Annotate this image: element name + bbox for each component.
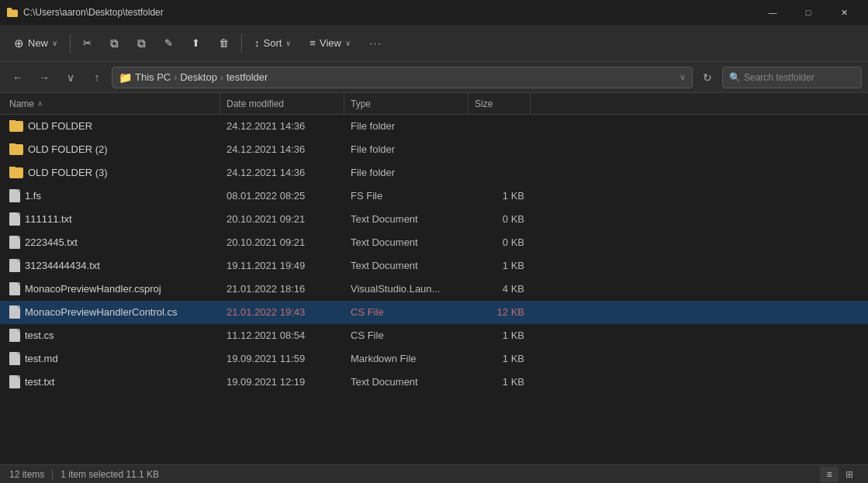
file-icon (9, 305, 20, 319)
file-name: MonacoPreviewHandlerControl.cs (25, 306, 178, 318)
file-date: 19.09.2021 11:59 (220, 353, 344, 364)
list-view-icon: ≡ (826, 469, 832, 480)
view-button[interactable]: ≡ View ∨ (302, 33, 358, 53)
back-button[interactable]: ← (6, 67, 29, 88)
file-name: test.txt (25, 376, 54, 388)
nav-bar: ← → ∨ ↑ 📁 This PC › Desktop › testfolder… (0, 62, 868, 93)
breadcrumb-desktop[interactable]: Desktop (180, 71, 217, 83)
file-date: 20.10.2021 09:21 (220, 236, 344, 248)
new-chevron-icon: ∨ (52, 39, 57, 47)
new-icon: ⊕ (14, 36, 24, 50)
file-date: 20.10.2021 09:21 (220, 213, 344, 225)
file-icon (9, 375, 20, 388)
table-row[interactable]: 1.fs08.01.2022 08:25FS File1 KB (0, 185, 868, 208)
folder-icon (9, 121, 23, 132)
file-date: 24.12.2021 14:36 (220, 167, 344, 178)
share-icon: ⬆ (192, 37, 200, 49)
copy-button[interactable]: ⧉ (102, 32, 126, 55)
address-chevron-icon: ∨ (680, 72, 686, 82)
more-icon: ··· (369, 37, 382, 49)
detail-view-icon: ⊞ (846, 469, 853, 480)
table-row[interactable]: 2223445.txt20.10.2021 09:21Text Document… (0, 231, 868, 254)
table-row[interactable]: 31234444434.txt19.11.2021 19:49Text Docu… (0, 254, 868, 278)
search-icon: 🔍 (729, 72, 741, 83)
table-row[interactable]: MonacoPreviewHandlerControl.cs21.01.2022… (0, 301, 868, 324)
sort-button[interactable]: ↕ Sort ∨ (247, 33, 299, 53)
file-type: Markdown File (344, 353, 469, 364)
file-icon (9, 352, 20, 365)
file-type: Text Document (344, 236, 469, 248)
cut-button[interactable]: ✂ (75, 33, 99, 53)
forward-icon: → (39, 71, 50, 84)
folder-icon (9, 167, 23, 178)
file-date: 11.12.2021 08:54 (220, 329, 344, 341)
col-header-name[interactable]: Name ∧ (3, 93, 220, 114)
table-row[interactable]: OLD FOLDER (3)24.12.2021 14:36File folde… (0, 161, 868, 185)
detail-view-button[interactable]: ⊞ (840, 467, 859, 482)
file-name: test.cs (25, 329, 54, 341)
file-type: Text Document (344, 260, 469, 271)
address-bar[interactable]: 📁 This PC › Desktop › testfolder ∨ (112, 67, 693, 88)
table-row[interactable]: test.md19.09.2021 11:59Markdown File1 KB (0, 347, 868, 371)
toolbar-separator-2 (241, 34, 242, 53)
close-button[interactable]: ✕ (826, 0, 862, 25)
maximize-button[interactable]: □ (790, 0, 826, 25)
share-button[interactable]: ⬆ (184, 33, 208, 53)
search-box[interactable]: 🔍 (722, 67, 862, 88)
title-bar-controls: — □ ✕ (755, 0, 862, 25)
file-name: OLD FOLDER (3) (28, 167, 108, 178)
sort-chevron-icon: ∨ (285, 39, 291, 47)
file-date: 19.11.2021 19:49 (220, 260, 344, 271)
forward-button[interactable]: → (33, 67, 56, 88)
item-count: 12 items (9, 469, 44, 480)
file-icon (9, 189, 20, 202)
sort-arrow-icon: ∧ (37, 99, 43, 108)
col-header-type[interactable]: Type (344, 93, 469, 114)
up-button[interactable]: ↑ (85, 67, 109, 88)
new-label: New (28, 37, 48, 49)
file-icon (9, 259, 20, 272)
file-size: 0 KB (469, 236, 531, 248)
file-name: OLD FOLDER (28, 120, 92, 132)
col-header-date[interactable]: Date modified (220, 93, 344, 114)
refresh-icon: ↻ (703, 71, 712, 84)
table-row[interactable]: OLD FOLDER24.12.2021 14:36File folder (0, 115, 868, 138)
file-type: File folder (344, 167, 469, 178)
file-name: 2223445.txt (25, 236, 78, 248)
table-row[interactable]: test.cs11.12.2021 08:54CS File1 KB (0, 324, 868, 347)
column-headers: Name ∧ Date modified Type Size (0, 93, 868, 115)
back-icon: ← (12, 71, 23, 84)
refresh-button[interactable]: ↻ (696, 67, 719, 88)
title-bar-left: C:\Users\aaron\Desktop\testfolder (6, 6, 164, 19)
delete-icon: 🗑 (219, 37, 229, 49)
table-row[interactable]: OLD FOLDER (2)24.12.2021 14:36File folde… (0, 138, 868, 161)
copy-icon: ⧉ (110, 36, 119, 50)
delete-button[interactable]: 🗑 (211, 33, 237, 53)
breadcrumb-folder-icon: 📁 (119, 71, 132, 84)
minimize-button[interactable]: — (755, 0, 790, 25)
title-bar-path: C:\Users\aaron\Desktop\testfolder (23, 7, 164, 18)
new-button[interactable]: ⊕ New ∨ (6, 32, 65, 55)
expand-button[interactable]: ∨ (59, 67, 82, 88)
table-row[interactable]: 111111.txt20.10.2021 09:21Text Document0… (0, 208, 868, 231)
more-button[interactable]: ··· (361, 33, 390, 53)
search-input[interactable] (744, 72, 855, 83)
folder-icon (6, 6, 19, 19)
file-icon (9, 236, 20, 249)
col-header-size[interactable]: Size (469, 93, 531, 114)
file-size: 0 KB (469, 213, 531, 225)
breadcrumb-testfolder[interactable]: testfolder (227, 71, 268, 83)
paste-button[interactable]: ⧉ (130, 32, 154, 55)
rename-button[interactable]: ✎ (157, 33, 181, 53)
list-view-button[interactable]: ≡ (820, 467, 839, 482)
file-size: 1 KB (469, 329, 531, 341)
file-size: 1 KB (469, 190, 531, 202)
breadcrumb-thispc[interactable]: This PC (135, 71, 171, 83)
file-type: File folder (344, 120, 469, 132)
view-chevron-icon: ∨ (345, 39, 351, 47)
table-row[interactable]: test.txt19.09.2021 12:19Text Document1 K… (0, 371, 868, 394)
file-name: 111111.txt (25, 213, 72, 225)
table-row[interactable]: MonacoPreviewHandler.csproj21.01.2022 18… (0, 278, 868, 301)
status-separator (52, 469, 53, 480)
file-name: 1.fs (25, 190, 41, 202)
